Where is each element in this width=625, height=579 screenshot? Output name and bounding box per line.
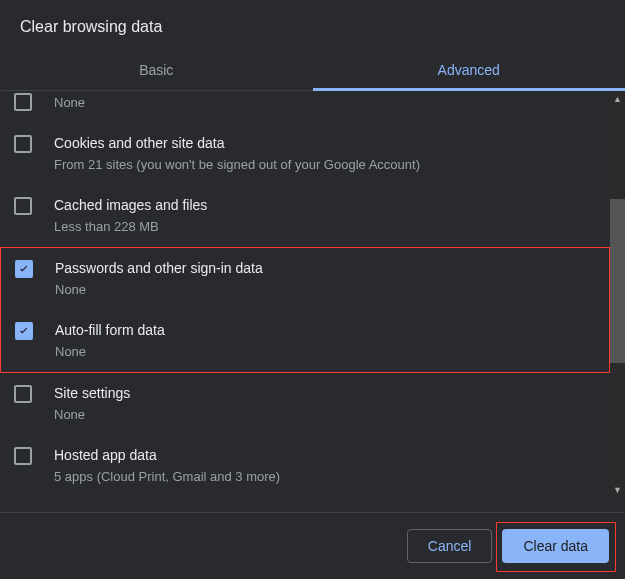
option-hosted-app[interactable]: Hosted app data 5 apps (Cloud Print, Gma… [0,435,610,497]
option-sub: 5 apps (Cloud Print, Gmail and 3 more) [54,467,590,487]
scroll-down-icon[interactable]: ▼ [610,482,625,497]
option-text: Site settings None [54,383,590,425]
clear-data-button-label: Clear data [523,538,588,554]
option-text: Download history None [54,91,590,113]
cancel-button[interactable]: Cancel [407,529,493,563]
clear-data-button[interactable]: Clear data [502,529,609,563]
clear-browsing-data-dialog: Clear browsing data Basic Advanced Downl… [0,0,625,579]
dialog-title: Clear browsing data [0,0,625,44]
scroll-thumb[interactable] [610,199,625,363]
option-text: Auto-fill form data None [55,320,589,362]
option-title: Cookies and other site data [54,133,590,153]
option-text: Passwords and other sign-in data None [55,258,589,300]
tabs: Basic Advanced [0,50,625,91]
tab-advanced[interactable]: Advanced [313,50,626,90]
option-cookies[interactable]: Cookies and other site data From 21 site… [0,123,610,185]
option-sub: From 21 sites (you won't be signed out o… [54,155,590,175]
options-content: Download history None Cookies and other … [0,91,625,512]
scrollbar[interactable]: ▲ ▼ [610,91,625,497]
option-passwords[interactable]: Passwords and other sign-in data None [1,248,609,310]
option-download-history[interactable]: Download history None [0,91,610,123]
option-sub: None [54,93,590,113]
checkbox-download-history[interactable] [14,93,32,111]
check-icon [17,324,31,338]
option-title: Passwords and other sign-in data [55,258,589,278]
option-site-settings[interactable]: Site settings None [0,373,610,435]
option-title: Cached images and files [54,195,590,215]
checkbox-hosted-app[interactable] [14,447,32,465]
option-sub: None [55,342,589,362]
option-sub: None [55,280,589,300]
scroll-up-icon[interactable]: ▲ [610,91,625,106]
options-list: Download history None Cookies and other … [0,91,625,497]
option-sub: None [54,405,590,425]
checkbox-autofill[interactable] [15,322,33,340]
checkbox-passwords[interactable] [15,260,33,278]
option-title: Auto-fill form data [55,320,589,340]
dialog-footer: Cancel Clear data [0,512,625,579]
highlighted-group: Passwords and other sign-in data None Au… [0,247,610,373]
checkbox-cached[interactable] [14,197,32,215]
option-text: Hosted app data 5 apps (Cloud Print, Gma… [54,445,590,487]
option-text: Cached images and files Less than 228 MB [54,195,590,237]
cancel-button-label: Cancel [428,538,472,554]
option-title: Hosted app data [54,445,590,465]
check-icon [17,262,31,276]
tab-advanced-label: Advanced [438,62,500,78]
option-text: Cookies and other site data From 21 site… [54,133,590,175]
option-cached[interactable]: Cached images and files Less than 228 MB [0,185,610,247]
tab-basic-label: Basic [139,62,173,78]
tab-basic[interactable]: Basic [0,50,313,90]
option-autofill[interactable]: Auto-fill form data None [1,310,609,372]
checkbox-site-settings[interactable] [14,385,32,403]
option-title: Site settings [54,383,590,403]
checkbox-cookies[interactable] [14,135,32,153]
option-sub: Less than 228 MB [54,217,590,237]
